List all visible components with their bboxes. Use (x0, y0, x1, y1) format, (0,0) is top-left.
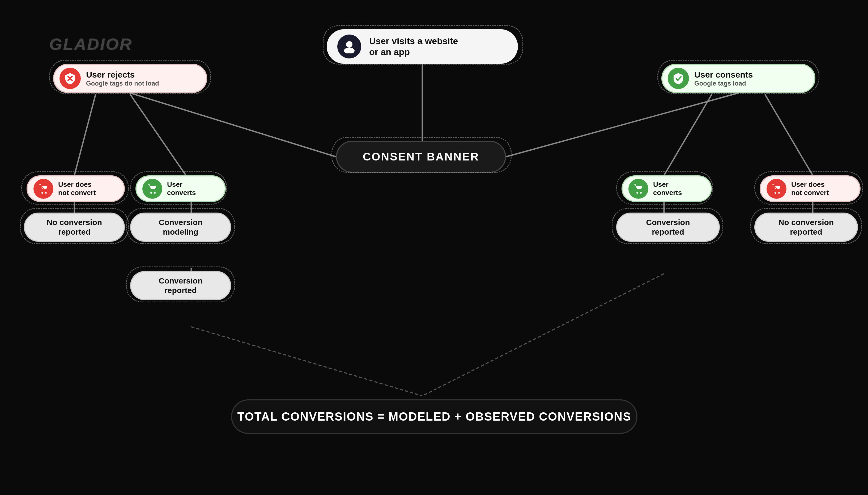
shield-check-icon (668, 68, 689, 89)
formula-bar: TOTAL CONVERSIONS = MODELED + OBSERVED C… (231, 399, 638, 434)
cart-green-left-icon (142, 179, 162, 199)
user-rejects-node: User rejects Google tags do not load (53, 64, 207, 93)
svg-point-25 (775, 192, 776, 194)
svg-point-14 (346, 41, 352, 48)
svg-point-21 (150, 192, 152, 194)
svg-line-6 (765, 94, 813, 175)
user-icon (337, 35, 361, 58)
svg-line-5 (664, 94, 712, 175)
conversion-reported-left-label: Conversion reported (159, 276, 203, 295)
logo: GLADIOR (49, 35, 133, 53)
consents-title: User consents (694, 70, 753, 80)
no-convert-left-node: User does not convert (27, 175, 125, 202)
svg-point-15 (344, 48, 354, 53)
converts-left-node: User converts (136, 175, 226, 202)
svg-point-22 (154, 192, 156, 194)
converts-left-label1: User (167, 181, 196, 189)
no-convert-right-label2: not convert (791, 189, 829, 197)
rejects-title: User rejects (86, 70, 159, 80)
consents-subtitle: Google tags load (694, 80, 753, 87)
consent-banner-label: CONSENT BANNER (363, 150, 480, 163)
converts-left-label2: converts (167, 189, 196, 197)
consent-banner-node: CONSENT BANNER (336, 141, 506, 173)
converts-right-label1: User (653, 181, 682, 189)
svg-point-23 (637, 192, 638, 194)
no-conversion-right-result: No conversion reported (754, 212, 858, 242)
conversion-modeling-label: Conversion modeling (159, 218, 203, 237)
svg-line-1 (130, 93, 336, 157)
user-visits-node: User visits a website or an app (327, 29, 518, 64)
svg-line-3 (74, 94, 96, 175)
conversion-reported-left-result: Conversion reported (130, 271, 231, 300)
rejects-subtitle: Google tags do not load (86, 80, 159, 87)
cart-green-right-icon (628, 179, 648, 199)
no-conversion-left-result: No conversion reported (24, 212, 125, 242)
no-conversion-right-label: No conversion reported (779, 218, 834, 237)
shield-reject-icon (59, 68, 81, 89)
cart-red-left-icon (33, 179, 53, 199)
svg-line-4 (130, 94, 186, 175)
conversion-reported-right-label: Conversion reported (646, 218, 690, 237)
converts-right-label2: converts (653, 189, 682, 197)
svg-line-13 (422, 274, 664, 396)
no-conversion-left-label: No conversion reported (47, 218, 102, 237)
no-convert-left-label1: User does (58, 181, 96, 189)
user-visits-label: User visits a website or an app (369, 36, 458, 57)
no-convert-right-node: User does not convert (760, 175, 861, 202)
svg-point-24 (640, 192, 642, 194)
converts-right-node: User converts (622, 175, 712, 202)
user-consents-node: User consents Google tags load (661, 64, 815, 93)
svg-line-2 (506, 93, 739, 157)
svg-line-12 (191, 327, 422, 396)
conversion-reported-right-result: Conversion reported (616, 212, 720, 242)
svg-point-18 (41, 192, 43, 194)
cart-red-right-icon (766, 179, 786, 199)
no-convert-right-label1: User does (791, 181, 829, 189)
conversion-modeling-result: Conversion modeling (130, 212, 231, 242)
no-convert-left-label2: not convert (58, 189, 96, 197)
formula-label: TOTAL CONVERSIONS = MODELED + OBSERVED C… (238, 410, 631, 423)
